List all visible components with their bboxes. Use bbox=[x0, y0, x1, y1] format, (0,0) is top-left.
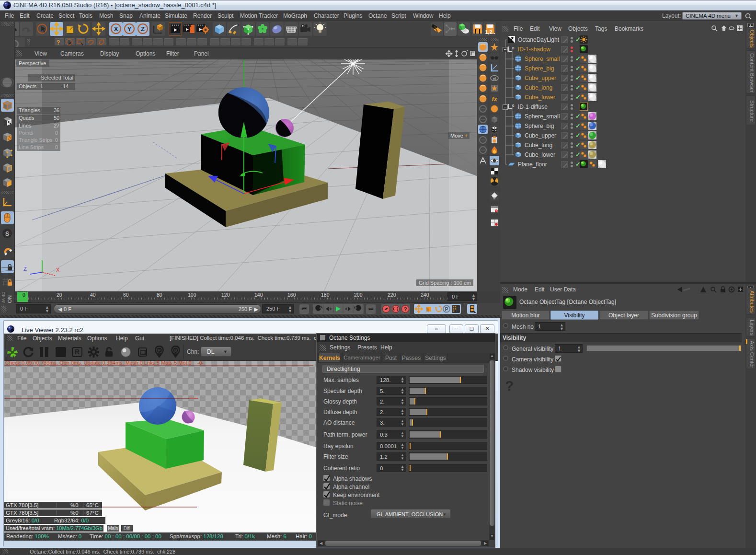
svg-text:?: ? bbox=[57, 39, 60, 46]
svg-text:?: ? bbox=[496, 209, 497, 212]
svg-text:X: X bbox=[114, 25, 118, 33]
svg-text:Z: Z bbox=[141, 25, 145, 33]
svg-text:1,2..: 1,2.. bbox=[485, 29, 495, 35]
svg-text:0: 0 bbox=[512, 104, 515, 108]
svg-text:S: S bbox=[5, 230, 10, 237]
svg-text:fx: fx bbox=[492, 96, 498, 103]
svg-text:0: 0 bbox=[512, 46, 515, 50]
svg-text:P: P bbox=[445, 307, 448, 312]
svg-text:F: F bbox=[158, 348, 160, 353]
svg-text:M: M bbox=[174, 348, 177, 353]
svg-text:Y: Y bbox=[127, 25, 132, 33]
svg-text:et: et bbox=[493, 76, 496, 81]
svg-text:Check:0.097/0.739ms. Gen:0ms.: Check:0.097/0.739ms. Gen:0ms. Update:0.3… bbox=[5, 361, 204, 366]
svg-text:Z: Z bbox=[23, 266, 27, 272]
svg-text:?: ? bbox=[404, 306, 407, 312]
svg-text:X: X bbox=[56, 267, 60, 273]
